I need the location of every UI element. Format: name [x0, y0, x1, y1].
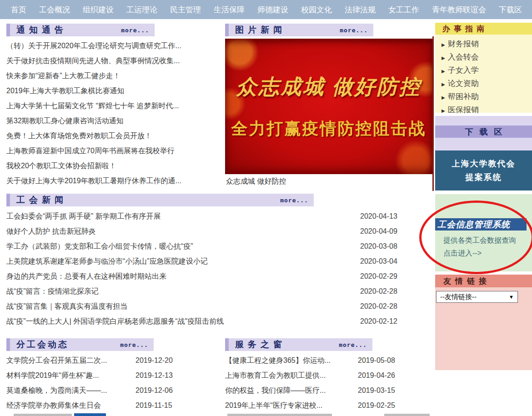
info-system-description[interactable]: 提供各类工会数据查询 点击进入-->	[443, 234, 516, 260]
news-date: 2020-02-12	[360, 314, 406, 329]
guide-item-children-school[interactable]: ▶子女入学	[442, 64, 532, 77]
news-link[interactable]: 战“疫”留言：疫情湖北探亲记	[6, 284, 99, 299]
list-item[interactable]: 工会妇委会“两手抓 两手硬” 新学期工作有序开展2020-04-13	[6, 209, 406, 224]
nav-item-democracy[interactable]: 民主管理	[164, 5, 207, 15]
list-item[interactable]: 【健康工程之健身365】你运动...2019-05-08	[225, 353, 403, 368]
list-item[interactable]: 莫道桑榆晚，为霞尚满天——...2019-12-06	[6, 383, 181, 398]
guide-item-paper-funding[interactable]: ▶论文资助	[442, 77, 532, 90]
nav-item-campus-culture[interactable]: 校园文化	[295, 5, 338, 15]
nav-item-ethics[interactable]: 师德建设	[251, 5, 295, 15]
list-item[interactable]: 上海教师喜迎新中国成立70周年书画展将在我校举行	[6, 143, 224, 158]
photo-news-banner-image[interactable]: 众志成城 做好防控 全力打赢疫情防控阻击战	[225, 39, 432, 174]
guide-item-membership[interactable]: ▶入会转会	[442, 51, 532, 64]
list-item[interactable]: 经济学院举办教师集体生日会2019-11-15	[6, 398, 181, 413]
nav-item-organization[interactable]: 组织建设	[76, 5, 120, 15]
chevron-down-icon: ▼	[509, 294, 514, 300]
friend-links-title: 友情链接	[443, 276, 491, 286]
list-item[interactable]: （转）关于开展2020年工会理论研究与调查研究工作...	[6, 38, 224, 53]
list-item[interactable]: 战“疫”留言：疫情湖北探亲记2020-02-28	[6, 284, 406, 299]
news-date: 2019-11-15	[136, 398, 181, 413]
banner-calligraphy-line: 众志成城 做好防控	[236, 73, 421, 100]
list-item[interactable]: 你的权益，我们保障——医疗...2019-03-15	[225, 383, 403, 398]
list-item[interactable]: 学工办（武装部）党支部和工会小组贺卡传情，暖心抗“疫”2020-03-08	[6, 239, 406, 254]
friend-links-header: 友情链接	[435, 275, 532, 287]
list-item[interactable]: 快来参加“迎新春”上大教工健步走！	[6, 68, 224, 83]
news-date: 2019-02-25	[358, 398, 403, 413]
download-zone-band[interactable]: 下载区	[435, 125, 532, 138]
news-link[interactable]: 2019年上半年“医疗专家进校...	[225, 398, 322, 413]
news-link[interactable]: 战“疫”留言集｜客观真实有温度有担当	[6, 299, 127, 314]
photo-news-header: 图片新闻 more...	[225, 24, 373, 36]
list-item[interactable]: 做好个人防护 抗击新冠肺炎2020-04-09	[6, 224, 406, 239]
list-item[interactable]: 2019年上海大学教职工象棋比赛通知	[6, 83, 224, 98]
download-zone-panel: 下载区	[435, 116, 532, 150]
nav-item-home[interactable]: 首页	[5, 5, 33, 15]
news-link[interactable]: 身边的共产党员：总要有人在这种困难时期站出来	[6, 269, 166, 284]
banner-slogan-line: 全力打赢疫情防控阻击战	[231, 118, 427, 140]
list-item[interactable]: 上海市教育工会为教职工提供...2019-04-26	[225, 368, 403, 383]
info-system-cta[interactable]: 点击进入-->	[443, 247, 516, 260]
list-item[interactable]: 战“疫”留言集｜客观真实有温度有担当2020-02-28	[6, 299, 406, 314]
proposal-line1: 上海大学教代会	[435, 158, 532, 169]
list-item[interactable]: 上美院建筑系谢建军老师参与临汾市“小汤山”应急医院建设小记2020-03-04	[6, 254, 406, 269]
info-system-title[interactable]: 工会信息管理系统	[435, 218, 527, 231]
friend-links-panel: 友情链接 --友情链接-- ▼	[435, 275, 532, 370]
list-item[interactable]: 2019年上半年“医疗专家进校...2019-02-25	[225, 398, 403, 413]
nav-item-downloads[interactable]: 下载区	[492, 5, 528, 15]
service-window-more-link[interactable]: more...	[339, 341, 367, 348]
list-item[interactable]: 身边的共产党员：总要有人在这种困难时期站出来2020-02-29	[6, 269, 406, 284]
news-link[interactable]: 学工办（武装部）党支部和工会小组贺卡传情，暖心抗“疫”	[6, 239, 193, 254]
nav-item-women[interactable]: 女工工作	[382, 5, 426, 15]
triangle-bullet-icon: ▶	[442, 108, 445, 113]
list-item[interactable]: 关于做好上海大学2019年教职工暑期疗休养工作的通...	[6, 173, 224, 188]
nav-item-labor-theory[interactable]: 工运理论	[120, 5, 164, 15]
union-news-more-link[interactable]: more...	[280, 197, 308, 204]
news-link[interactable]: 文学院分工会召开第五届二次...	[6, 353, 107, 368]
branch-news-list: 文学院分工会召开第五届二次...2019-12-20 材料学院2019年“师生杯…	[6, 353, 181, 413]
guide-item-medical-reimburse[interactable]: ▶医保报销	[442, 104, 532, 117]
proposal-system-banner[interactable]: 上海大学教代会 提案系统	[435, 150, 532, 190]
news-link[interactable]: 做好个人防护 抗击新冠肺炎	[6, 224, 95, 239]
nav-item-union-overview[interactable]: 工会概况	[33, 5, 76, 15]
news-link[interactable]: 莫道桑榆晚，为霞尚满天——...	[6, 383, 107, 398]
notices-more-link[interactable]: more...	[121, 27, 149, 34]
list-item[interactable]: 关于做好抗击疫情期间先进人物、典型事例情况收集...	[6, 53, 224, 68]
nav-item-laws[interactable]: 法律法规	[338, 5, 382, 15]
news-date: 2020-04-13	[360, 209, 406, 224]
news-link[interactable]: 上海市教育工会为教职工提供...	[225, 368, 326, 383]
photo-news-more-link[interactable]: more...	[340, 27, 368, 34]
list-item[interactable]: 第32期教职工身心健康咨询活动通知	[6, 113, 224, 128]
list-item[interactable]: 文学院分工会召开第五届二次...2019-12-20	[6, 353, 181, 368]
news-link[interactable]: 【健康工程之健身365】你运动...	[225, 353, 331, 368]
friend-links-select[interactable]: --友情链接-- ▼	[436, 291, 518, 303]
service-guide-header: 办事指南	[435, 23, 532, 35]
triangle-bullet-icon: ▶	[442, 55, 445, 60]
list-item[interactable]: 材料学院2019年“师生杯”趣...2019-12-13	[6, 368, 181, 383]
nav-item-young-teachers[interactable]: 青年教师联谊会	[426, 5, 492, 15]
news-link[interactable]: 材料学院2019年“师生杯”趣...	[6, 368, 99, 383]
triangle-bullet-icon: ▶	[442, 82, 445, 87]
photo-news-caption[interactable]: 众志成城 做好防控	[226, 177, 286, 186]
info-system-desc-line: 提供各类工会数据查询	[443, 234, 516, 247]
list-item[interactable]: 我校20个教职工文体协会招新啦！	[6, 158, 224, 173]
news-link[interactable]: 你的权益，我们保障——医疗...	[225, 383, 326, 398]
news-link[interactable]: 工会妇委会“两手抓 两手硬” 新学期工作有序开展	[6, 209, 161, 224]
list-item[interactable]: 战“疫”一线的上大人| 外国语学院白岸杨老师志愿服务“战"疫阻击前线2020-0…	[6, 314, 406, 329]
guide-item-label: 子女入学	[448, 66, 479, 75]
proposal-line2: 提案系统	[435, 172, 532, 183]
nav-item-livelihood[interactable]: 生活保障	[207, 5, 251, 15]
news-link[interactable]: 经济学院举办教师集体生日会	[6, 398, 101, 413]
guide-item-hardship-subsidy[interactable]: ▶帮困补助	[442, 90, 532, 104]
info-system-panel: 工会信息管理系统 提供各类工会数据查询 点击进入-->	[435, 194, 532, 271]
union-news-header: 工会新闻 more...	[6, 194, 314, 206]
news-link[interactable]: 战“疫”一线的上大人| 外国语学院白岸杨老师志愿服务“战"疫阻击前线	[6, 314, 224, 329]
news-link[interactable]: 上美院建筑系谢建军老师参与临汾市“小汤山”应急医院建设小记	[6, 254, 208, 269]
service-window-list: 【健康工程之健身365】你运动...2019-05-08 上海市教育工会为教职工…	[225, 353, 403, 413]
branch-news-more-link[interactable]: more...	[120, 341, 148, 348]
guide-item-finance[interactable]: ▶财务报销	[442, 38, 532, 51]
list-item[interactable]: 上海大学第十七届菊文化节 “辉煌七十年 追梦新时代...	[6, 98, 224, 113]
clipped-row-fragment	[14, 414, 72, 416]
top-nav: 首页 工会概况 组织建设 工运理论 民主管理 生活保障 师德建设 校园文化 法律…	[0, 0, 532, 19]
list-item[interactable]: 免费！上大体育场馆免费对教职工会员开放！	[6, 128, 224, 143]
news-date: 2020-02-28	[360, 284, 406, 299]
